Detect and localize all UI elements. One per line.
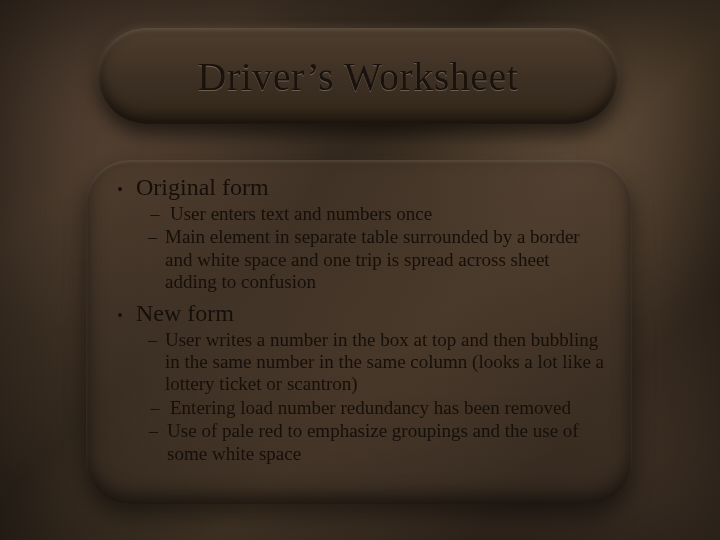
dash-icon: – [148, 205, 162, 223]
list-item: – User writes a number in the box at top… [148, 329, 604, 396]
sub-bullet-text: Use of pale red to emphasize groupings a… [167, 420, 604, 465]
bullet-label: Original form [136, 174, 269, 201]
sub-bullet-text: User writes a number in the box at top a… [165, 329, 604, 396]
list-item: – User enters text and numbers once [148, 203, 604, 225]
list-item: – Main element in separate table surroun… [148, 226, 604, 293]
dash-icon: – [148, 331, 157, 349]
list-item: – Entering load number redundancy has be… [148, 397, 604, 419]
slide-title: Driver’s Worksheet [198, 53, 519, 100]
bullet-icon: • [114, 308, 126, 324]
sub-bullet-text: User enters text and numbers once [170, 203, 432, 225]
slide-background: Driver’s Worksheet • Original form – Use… [0, 0, 720, 540]
dash-icon: – [148, 422, 159, 440]
sub-bullet-list: – User enters text and numbers once – Ma… [114, 203, 604, 294]
sub-bullet-list: – User writes a number in the box at top… [114, 329, 604, 465]
list-item: – Use of pale red to emphasize groupings… [148, 420, 604, 465]
dash-icon: – [148, 399, 162, 417]
bullet-list: • Original form – User enters text and n… [114, 174, 604, 465]
sub-bullet-text: Main element in separate table surrounde… [165, 226, 604, 293]
list-item: • Original form – User enters text and n… [114, 174, 604, 294]
list-item: • New form – User writes a number in the… [114, 300, 604, 465]
content-panel: • Original form – User enters text and n… [86, 160, 632, 504]
bullet-label: New form [136, 300, 234, 327]
title-plate: Driver’s Worksheet [98, 28, 618, 124]
sub-bullet-text: Entering load number redundancy has been… [170, 397, 571, 419]
dash-icon: – [148, 228, 157, 246]
bullet-icon: • [114, 182, 126, 198]
